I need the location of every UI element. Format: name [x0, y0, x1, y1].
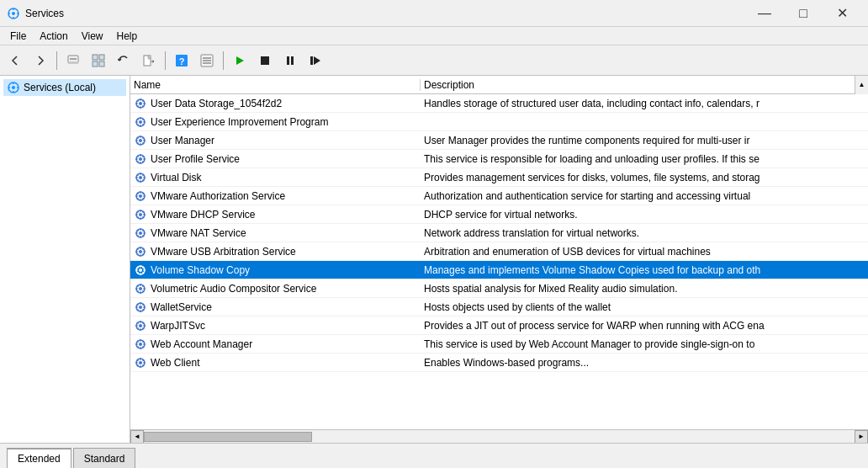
service-name-cell: User Data Storage_1054f2d2 [130, 97, 421, 110]
table-row[interactable]: Volume Shadow CopyManages and implements… [130, 261, 868, 279]
service-table: Name Description ▲ User Data Storage_105… [130, 76, 868, 429]
svg-line-158 [137, 322, 138, 323]
scroll-left-button[interactable]: ◄ [130, 430, 144, 444]
svg-point-122 [139, 269, 142, 272]
table-row[interactable]: Web ClientEnables Windows-based programs… [130, 354, 868, 372]
svg-line-174 [142, 364, 143, 365]
services-local-label: Services (Local) [24, 82, 96, 93]
service-description: Authorization and authentication service… [421, 190, 868, 202]
svg-rect-21 [287, 56, 289, 65]
forward-button[interactable] [29, 49, 52, 72]
table-row[interactable]: VMware DHCP ServiceDHCP service for virt… [130, 205, 868, 224]
svg-line-48 [137, 119, 138, 120]
service-name-cell: VMware NAT Service [130, 226, 421, 240]
toolbar: ? [0, 45, 868, 76]
table-row[interactable]: VMware NAT ServiceNetwork address transl… [130, 224, 868, 242]
svg-line-124 [142, 272, 143, 273]
bottom-bar: Extended Standard [0, 443, 868, 468]
menu-action[interactable]: Action [33, 29, 74, 44]
svg-line-166 [137, 346, 138, 347]
service-description: Manages and implements Volume Shadow Cop… [421, 264, 868, 276]
svg-line-58 [137, 137, 138, 138]
start-service-button[interactable] [228, 49, 251, 72]
menu-help[interactable]: Help [110, 29, 145, 44]
svg-line-74 [142, 179, 143, 180]
help-button[interactable]: ? [170, 49, 193, 72]
horizontal-scrollbar[interactable]: ◄ ► [130, 429, 868, 443]
table-row[interactable]: WarpJITSvcProvides a JIT out of process … [130, 316, 868, 335]
service-description: Hosts spatial analysis for Mixed Reality… [421, 283, 868, 295]
service-name: WalletService [151, 301, 212, 313]
service-name-cell: Virtual Disk [130, 171, 421, 184]
service-name: User Profile Service [151, 153, 240, 165]
table-row[interactable]: WalletServiceHosts objects used by clien… [130, 298, 868, 316]
back-button[interactable] [3, 49, 27, 72]
menu-file[interactable]: File [3, 29, 33, 44]
table-row[interactable]: VMware USB Arbitration ServiceArbitratio… [130, 242, 868, 261]
pause-service-button[interactable] [278, 49, 302, 72]
service-name-cell: Web Account Manager [130, 338, 421, 351]
menu-view[interactable]: View [75, 29, 110, 44]
service-gear-icon [134, 171, 147, 184]
svg-line-88 [137, 193, 138, 194]
scroll-up-button[interactable]: ▲ [855, 76, 868, 94]
hscroll-track[interactable] [144, 430, 855, 444]
minimize-button[interactable]: — [745, 0, 784, 27]
refresh-button[interactable] [112, 49, 135, 72]
svg-line-180 [142, 359, 143, 360]
service-gear-icon [134, 263, 147, 277]
column-description[interactable]: Description [421, 79, 855, 91]
show-hide-button[interactable] [87, 49, 110, 72]
table-row[interactable]: Virtual DiskProvides management services… [130, 168, 868, 187]
svg-line-78 [137, 174, 138, 175]
svg-point-102 [139, 231, 142, 235]
table-row[interactable]: Web Account ManagerThis service is used … [130, 335, 868, 354]
svg-line-116 [137, 253, 138, 254]
service-name-cell: User Profile Service [130, 152, 421, 166]
svg-line-134 [142, 290, 143, 291]
table-row[interactable]: User Data Storage_1054f2d2Handles storag… [130, 94, 868, 113]
service-description: Handles storage of structured user data,… [421, 98, 868, 109]
menu-bar: File Action View Help [0, 27, 868, 45]
separator-3 [223, 51, 224, 70]
table-row[interactable]: User ManagerUser Manager provides the ru… [130, 131, 868, 150]
service-name: VMware USB Arbitration Service [151, 246, 296, 258]
svg-line-138 [137, 285, 138, 286]
svg-line-120 [142, 248, 143, 249]
export-button[interactable] [137, 49, 161, 72]
svg-line-130 [142, 267, 143, 268]
close-button[interactable]: ✕ [823, 0, 861, 27]
resume-service-button[interactable] [304, 49, 327, 72]
svg-rect-20 [261, 56, 269, 65]
maximize-button[interactable]: □ [784, 0, 823, 27]
svg-line-80 [142, 174, 143, 175]
service-name-cell: VMware DHCP Service [130, 208, 421, 221]
svg-line-110 [142, 230, 143, 231]
scroll-right-button[interactable]: ► [855, 430, 868, 444]
table-row[interactable]: Volumetric Audio Compositor ServiceHosts… [130, 279, 868, 298]
svg-rect-23 [310, 56, 313, 65]
svg-marker-19 [236, 56, 244, 65]
services-list[interactable]: User Data Storage_1054f2d2Handles storag… [130, 94, 868, 397]
stop-service-button[interactable] [253, 49, 277, 72]
table-row[interactable]: User Profile ServiceThis service is resp… [130, 150, 868, 168]
svg-point-142 [139, 306, 142, 309]
services-local-item[interactable]: Services (Local) [3, 79, 126, 96]
svg-line-76 [137, 179, 138, 180]
up-button[interactable] [61, 49, 85, 72]
svg-line-98 [137, 211, 138, 212]
tab-standard[interactable]: Standard [73, 448, 136, 468]
table-row[interactable]: User Experience Improvement Program [130, 113, 868, 131]
svg-point-162 [139, 343, 142, 346]
service-name-cell: Volumetric Audio Compositor Service [130, 282, 421, 295]
table-row[interactable]: VMware Authorization ServiceAuthorizatio… [130, 187, 868, 205]
column-name[interactable]: Name [130, 79, 421, 91]
svg-line-36 [137, 105, 138, 106]
hscroll-thumb[interactable] [144, 432, 312, 442]
app-icon [7, 7, 20, 20]
service-gear-icon [134, 319, 147, 332]
tab-extended[interactable]: Extended [7, 448, 71, 468]
svg-line-114 [142, 253, 143, 254]
properties-button[interactable] [195, 49, 219, 72]
service-name-cell: VMware USB Arbitration Service [130, 245, 421, 258]
